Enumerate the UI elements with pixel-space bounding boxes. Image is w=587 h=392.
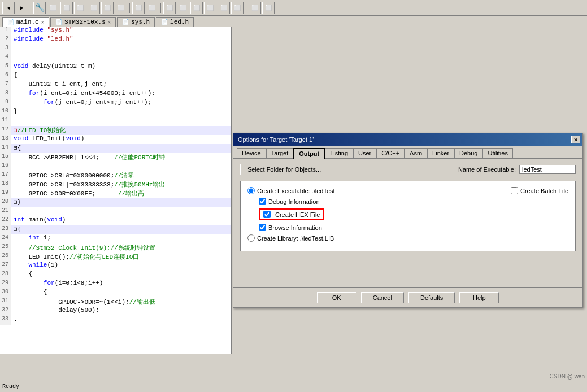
dtab-debug[interactable]: Debug [454,148,482,158]
dtab-listing[interactable]: Listing [325,148,353,158]
code-line-11: 11 [0,117,231,126]
ok-button[interactable]: OK [317,292,356,303]
toolbar-btn-8[interactable]: ⬜ [115,2,127,14]
code-line-12: 12 ⊟//LED IO初始化 [0,126,231,135]
toolbar-btn-16[interactable]: ⬜ [231,2,244,14]
create-hex-box: Create HEX File [259,208,324,220]
toolbar-btn-17[interactable]: ⬜ [249,2,261,14]
tab-stm32[interactable]: 📄 STM32F10x.s ✕ [50,17,116,27]
tab-close-main-c[interactable]: ✕ [41,19,44,25]
code-line-32: 32 delay(500); [0,307,231,316]
toolbar-btn-15[interactable]: ⬜ [218,2,230,14]
dtab-cpp[interactable]: C/C++ [376,148,405,158]
dtab-output[interactable]: Output [293,148,325,159]
code-line-22: 22 int main(void) [0,216,231,225]
code-line-5: 5 void delay(uint32_t m) [0,63,231,72]
tab-label-main-c: main.c [16,19,39,25]
tab-sys-h[interactable]: 📄 sys.h [117,17,155,27]
code-line-2: 2 #include "led.h" [0,36,231,45]
code-line-31: 31 GPIOC->ODR=~(1<<i);//输出低 [0,298,231,307]
toolbar-btn-6[interactable]: ⬜ [88,2,100,14]
code-line-17: 17 GPIOC->CRL&=0X00000000;//清零 [0,171,231,180]
exe-name-input[interactable] [519,165,576,174]
toolbar-btn-3[interactable]: ⬜ [47,2,59,14]
tab-close-stm32[interactable]: ✕ [108,19,111,25]
dtab-utilities[interactable]: Utilities [482,148,512,158]
code-line-28: 28 { [0,271,231,280]
create-executable-row: Create Executable: .\ledTest Create Batc… [247,187,568,194]
dtab-linker[interactable]: Linker [427,148,454,158]
code-line-13: 13 void LED_Init(void) [0,135,231,144]
create-executable-label: Create Executable: .\ledTest [257,188,335,194]
dialog-buttons: OK Cancel Defaults Help [233,287,582,307]
tab-icon-led: 📄 [161,19,168,25]
create-hex-checkbox[interactable] [263,211,271,218]
cancel-button[interactable]: Cancel [361,292,404,303]
tab-led-h[interactable]: 📄 led.h [156,17,194,27]
exe-name-row: Name of Executable: [458,165,576,174]
debug-info-label: Debug Information [268,198,320,205]
toolbar-btn-5[interactable]: ⬜ [74,2,86,14]
dialog-titlebar: Options for Target 'Target 1' ✕ [233,133,582,146]
toolbar-btn-12[interactable]: ⬜ [177,2,189,14]
status-text: Ready [2,384,19,390]
tab-label-sys-h: sys.h [131,19,150,25]
dtab-target[interactable]: Target [266,148,294,158]
code-line-8: 8 for(i_cnt=0;i_cnt<454000;i_cnt++); [0,90,231,99]
code-line-23: 23 ⊟{ [0,225,231,234]
toolbar-btn-14[interactable]: ⬜ [204,2,216,14]
code-line-33: 33 . [0,316,231,325]
create-batch-file-checkbox[interactable] [511,187,518,194]
help-button[interactable]: Help [459,292,499,303]
select-folder-row: Select Folder for Objects... Name of Exe… [240,164,576,175]
code-line-4: 4 [0,54,231,63]
code-editor[interactable]: 1 #include "sys.h" 2 #include "led.h" 3 … [0,27,232,354]
toolbar-btn-18[interactable]: ⬜ [262,2,275,14]
toolbar-btn-4[interactable]: ⬜ [60,2,73,14]
code-line-10: 10 } [0,108,231,117]
debug-info-row: Debug Information [259,198,568,205]
browse-info-row: Browse Information [259,224,568,231]
options-box: Create Executable: .\ledTest Create Batc… [240,181,576,251]
toolbar-btn-11[interactable]: ⬜ [163,2,176,14]
code-line-19: 19 GPIOC->ODR=0X00FF; //输出高 [0,189,231,198]
create-library-row: Create Library: .\ledTest.LIB [247,234,568,242]
browse-info-checkbox[interactable] [259,224,266,231]
toolbar-btn-1[interactable]: ◀ [2,2,15,14]
tab-icon-sys: 📄 [122,19,129,25]
toolbar-btn-2[interactable]: ▶ [16,2,28,14]
status-bar: Ready [0,381,587,392]
toolbar-btn-9[interactable]: ⬜ [132,2,145,14]
toolbar-btn-icon[interactable]: 🔧 [33,2,46,14]
tab-icon-main: 📄 [7,19,14,25]
code-line-14: 14 ⊟{ [0,144,231,153]
toolbar-btn-10[interactable]: ⬜ [146,2,158,14]
code-line-30: 30 { [0,289,231,298]
code-line-27: 27 while(1) [0,262,231,271]
defaults-button[interactable]: Defaults [408,292,455,303]
create-hex-label: Create HEX File [275,211,320,218]
code-line-20: 20 ⊟} [0,198,231,207]
toolbar-btn-13[interactable]: ⬜ [190,2,203,14]
dialog-tabs: Device Target Output Listing User C/C++ … [233,146,582,159]
create-library-label: Create Library: .\ledTest.LIB [257,235,334,242]
dtab-device[interactable]: Device [237,148,266,158]
dialog-close-button[interactable]: ✕ [571,136,580,143]
dialog-title: Options for Target 'Target 1' [238,136,314,143]
code-line-24: 24 int i; [0,234,231,243]
watermark: CSDN @ wen [550,373,585,380]
code-line-1: 1 #include "sys.h" [0,27,231,36]
select-folder-button[interactable]: Select Folder for Objects... [240,164,328,175]
debug-info-checkbox[interactable] [259,198,266,205]
toolbar-btn-7[interactable]: ⬜ [101,2,114,14]
tab-main-c[interactable]: 📄 main.c ✕ [2,17,49,27]
dialog-content: Select Folder for Objects... Name of Exe… [233,159,582,259]
code-line-26: 26 LED_Init();//初始化与LED连接IO口 [0,252,231,262]
toolbar: ◀ ▶ 🔧 ⬜ ⬜ ⬜ ⬜ ⬜ ⬜ ⬜ ⬜ ⬜ ⬜ ⬜ ⬜ ⬜ ⬜ ⬜ ⬜ [0,0,587,16]
code-line-29: 29 for(i=0;i<8;i++) [0,280,231,289]
dtab-asm[interactable]: Asm [405,148,427,158]
tab-label-stm32: STM32F10x.s [64,19,106,25]
create-executable-radio[interactable] [247,187,255,194]
create-library-radio[interactable] [247,234,255,242]
dtab-user[interactable]: User [353,148,376,158]
